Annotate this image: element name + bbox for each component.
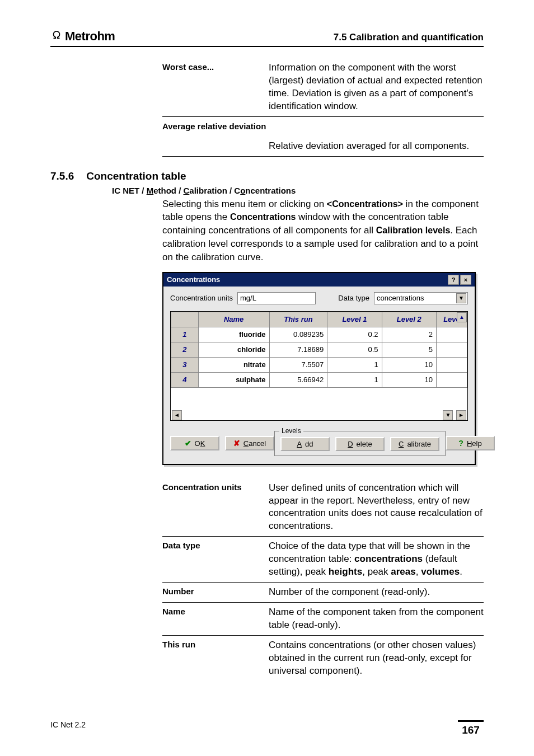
help-button[interactable]: ? Help xyxy=(446,436,495,450)
header-section-ref: 7.5 Calibration and quantification xyxy=(334,32,484,43)
def-desc: Name of the component taken from the com… xyxy=(269,603,484,636)
def-term: Average relative deviation xyxy=(162,121,266,131)
calibrate-button[interactable]: Calibrate xyxy=(390,437,439,451)
col-header xyxy=(171,312,199,327)
def-term: Name xyxy=(162,603,269,636)
definitions-after: Concentration units User defined units o… xyxy=(162,478,484,681)
def-term: This run xyxy=(162,635,269,680)
ok-button[interactable]: ✔ OK xyxy=(170,436,219,450)
col-header: Level 1 xyxy=(327,312,382,327)
breadcrumb: IC NET / Method / Calibration / Concentr… xyxy=(112,186,484,195)
table-row[interactable]: 2 chloride 7.18689 0.5 5 xyxy=(171,342,467,357)
dialog-title: Concentrations xyxy=(167,275,220,284)
section-paragraph: Selecting this menu item or clicking on … xyxy=(162,198,484,264)
omega-icon xyxy=(50,28,63,40)
definitions-top: Worst case... Information on the compone… xyxy=(162,58,484,157)
question-icon: ? xyxy=(458,439,463,448)
footer-left: IC Net 2.2 xyxy=(50,720,86,736)
units-label: Concentration units xyxy=(170,294,233,302)
scroll-right-icon[interactable]: ► xyxy=(456,410,466,420)
table-row[interactable]: 3 nitrate 7.5507 1 10 xyxy=(171,357,467,372)
def-term: Worst case... xyxy=(162,58,269,116)
scroll-down-icon[interactable]: ▼ xyxy=(443,410,453,420)
add-button[interactable]: Add xyxy=(280,437,330,451)
def-term: Data type xyxy=(162,537,269,583)
scroll-left-icon[interactable]: ◄ xyxy=(172,410,182,420)
col-header: This run xyxy=(269,312,327,327)
section-number: 7.5.6 xyxy=(50,170,74,182)
levels-group: Levels Add Delete Calibrate xyxy=(274,431,446,456)
def-desc: Contains concentrations (or other chosen… xyxy=(269,635,484,680)
def-desc: Number of the component (read-only). xyxy=(269,583,484,603)
def-desc: Information on the component with the wo… xyxy=(269,58,484,116)
datatype-label: Data type xyxy=(338,294,369,302)
units-input[interactable]: mg/L xyxy=(237,292,316,304)
dialog-titlebar: Concentrations ? × xyxy=(163,273,475,287)
col-header: Leve ▲ xyxy=(436,312,467,327)
datatype-value: concentrations xyxy=(377,294,424,302)
page-header: Metrohm 7.5 Calibration and quantificati… xyxy=(50,28,484,47)
check-icon: ✔ xyxy=(185,439,191,448)
col-header: Level 2 xyxy=(382,312,436,327)
def-desc: User defined units of concentration whic… xyxy=(269,478,484,537)
def-term: Concentration units xyxy=(162,478,269,537)
cancel-button[interactable]: ✘ Cancel xyxy=(225,436,274,450)
def-term: Number xyxy=(162,583,269,603)
levels-legend: Levels xyxy=(279,427,303,435)
help-icon[interactable]: ? xyxy=(448,275,459,285)
datatype-select[interactable]: concentrations ▼ xyxy=(374,292,468,304)
scroll-up-icon[interactable]: ▲ xyxy=(457,312,467,322)
page-footer: IC Net 2.2 167 xyxy=(0,720,534,756)
section-heading: 7.5.6 Concentration table xyxy=(50,170,484,182)
def-desc: Relative deviation averaged for all comp… xyxy=(269,137,484,156)
table-row[interactable]: 1 fluoride 0.089235 0.2 2 xyxy=(171,327,467,342)
col-header: Name xyxy=(198,312,269,327)
def-desc: Choice of the data type that will be sho… xyxy=(269,537,484,583)
x-icon: ✘ xyxy=(233,439,240,448)
chevron-down-icon[interactable]: ▼ xyxy=(456,293,466,303)
logo: Metrohm xyxy=(50,28,115,44)
concentrations-dialog: Concentrations ? × Concentration units m… xyxy=(162,272,476,465)
close-icon[interactable]: × xyxy=(460,275,471,285)
logo-text: Metrohm xyxy=(65,29,115,44)
delete-button[interactable]: Delete xyxy=(335,437,385,451)
table-row[interactable]: 4 sulphate 5.66942 1 10 xyxy=(171,372,467,387)
section-title: Concentration table xyxy=(86,170,186,182)
grid-header-row: Name This run Level 1 Level 2 Leve ▲ xyxy=(171,312,467,327)
concentration-grid[interactable]: Name This run Level 1 Level 2 Leve ▲ 1 f… xyxy=(170,311,468,421)
page-number: 167 xyxy=(458,720,484,736)
